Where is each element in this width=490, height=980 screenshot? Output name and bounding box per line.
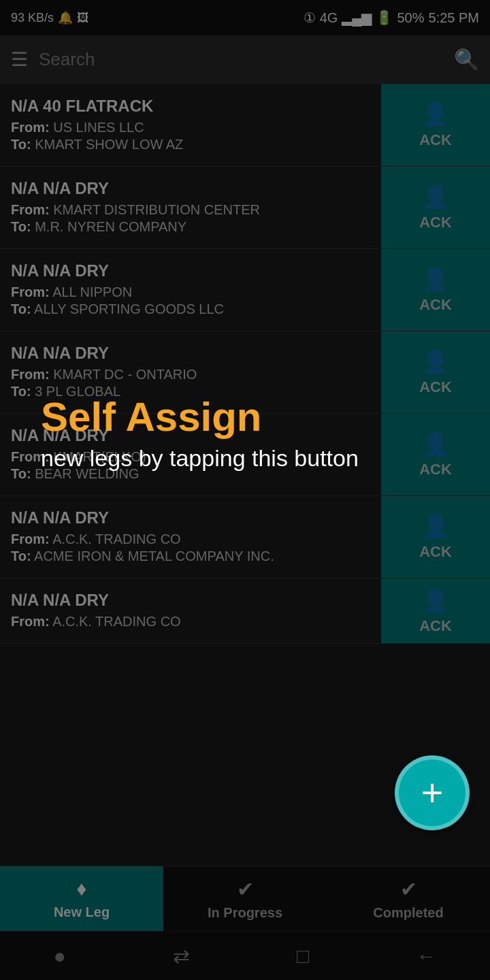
fab-plus-icon: + [421, 774, 444, 812]
self-assign-overlay: Self Assign new legs by tapping this but… [0, 0, 490, 980]
fab-button[interactable]: + [395, 755, 470, 830]
self-assign-subtitle: new legs by tapping this button [0, 445, 490, 472]
self-assign-title: Self Assign [0, 395, 490, 445]
